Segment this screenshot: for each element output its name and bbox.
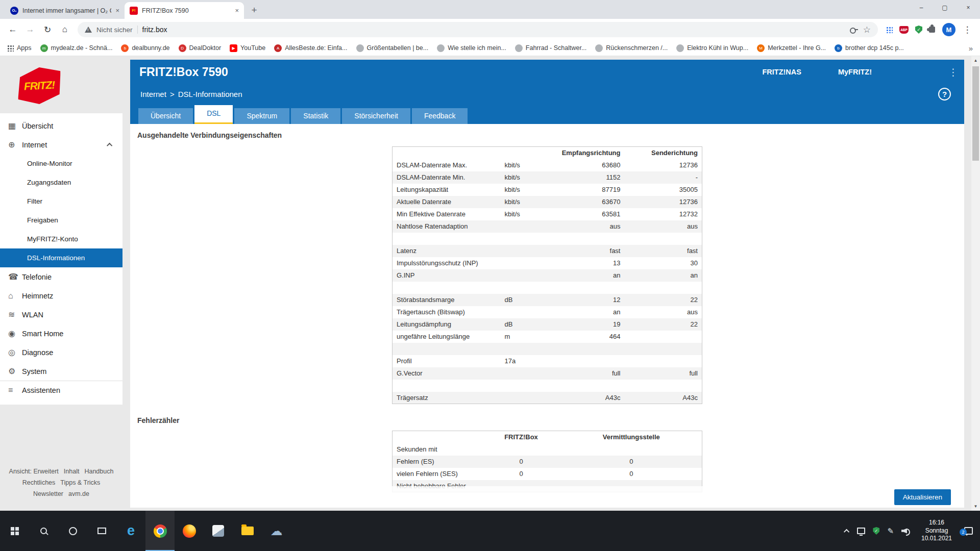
firefox-button[interactable]	[175, 511, 204, 551]
tray-shield-icon[interactable]: ✓	[873, 527, 879, 535]
sidebar-item-dsl-informationen[interactable]: DSL-Informationen	[0, 248, 122, 267]
tray-display-icon[interactable]	[857, 528, 865, 534]
myfritz-link[interactable]: MyFRITZ!	[838, 68, 872, 76]
sidebar-item-internet[interactable]: ⊕Internet	[0, 135, 122, 154]
bookmark-favicon: b	[835, 44, 842, 52]
extensions-puzzle-icon[interactable]	[929, 27, 935, 33]
bookmark-item[interactable]: Größentabellen | be...	[356, 44, 429, 52]
clock-day: Sonntag	[919, 527, 954, 535]
start-button[interactable]	[0, 511, 29, 551]
back-button[interactable]: ←	[5, 22, 20, 37]
scrollbar-down-icon[interactable]: ▼	[971, 502, 980, 511]
sidebar-item-uebersicht[interactable]: ▦Übersicht	[0, 116, 122, 135]
edge-button[interactable]: e	[116, 511, 145, 551]
explorer-button[interactable]	[233, 511, 262, 551]
scrollbar[interactable]: ▲ ▼	[971, 56, 980, 511]
column-header	[501, 147, 542, 159]
bookmark-item[interactable]: DDealDoktor	[179, 44, 222, 52]
action-center-icon[interactable]: 2	[964, 527, 973, 535]
sidebar-item-smart-home[interactable]: ◉Smart Home	[0, 324, 122, 343]
sidebar-item-filter[interactable]: Filter	[0, 192, 122, 211]
sidebar-item-system[interactable]: ⚙System	[0, 362, 122, 381]
tab-stoersicherheit[interactable]: Störsicherheit	[342, 108, 410, 124]
sidebar-item-online-monitor[interactable]: Online-Monitor	[0, 154, 122, 173]
onedrive-button[interactable]: ☁	[262, 511, 291, 551]
bookmark-item[interactable]: Fahrrad - Schaltwer...	[515, 44, 587, 52]
sidebar-item-heimnetz[interactable]: ⌂Heimnetz	[0, 286, 122, 305]
footer-link[interactable]: avm.de	[68, 490, 89, 497]
bookmark-item[interactable]: MMerkzettel - Ihre G...	[757, 44, 826, 52]
uebersicht-icon: ▦	[8, 121, 22, 131]
browser-menu-icon[interactable]: ⋮	[960, 22, 975, 37]
scrollbar-thumb[interactable]	[972, 66, 979, 161]
browser-tab[interactable]: O₂Internet immer langsamer | O₂ C...×	[5, 2, 125, 19]
browser-tab[interactable]: F!FRITZ!Box 7590×	[125, 2, 244, 19]
breadcrumb-parent[interactable]: Internet	[140, 90, 166, 98]
tab-uebersicht[interactable]: Übersicht	[138, 108, 193, 124]
divider	[137, 26, 138, 34]
bookmark-item[interactable]: AAllesBeste.de: Einfa...	[274, 44, 347, 52]
new-tab-button[interactable]: +	[247, 3, 261, 17]
app-icon	[212, 525, 224, 537]
bookmark-item[interactable]: mmydealz.de - Schnä...	[40, 44, 113, 52]
profile-avatar[interactable]: M	[942, 23, 955, 36]
volume-icon[interactable]	[901, 527, 911, 535]
sidebar-item-zugangsdaten[interactable]: Zugangsdaten	[0, 173, 122, 192]
window-minimize-button[interactable]: –	[910, 0, 933, 15]
tab-close-icon[interactable]: ×	[235, 7, 239, 14]
pen-icon[interactable]: ✎	[887, 527, 894, 536]
refresh-button[interactable]: Aktualisieren	[894, 489, 951, 505]
window-close-button[interactable]: ×	[957, 0, 980, 15]
home-button[interactable]: ⌂	[57, 22, 72, 37]
footer-link[interactable]: Ansicht: Erweitert	[9, 468, 59, 475]
help-icon[interactable]: ?	[938, 88, 951, 101]
tab-close-icon[interactable]: ×	[115, 7, 119, 14]
chrome-button[interactable]	[145, 511, 175, 551]
bookmark-item[interactable]: Elektro Kühl in Wup...	[676, 44, 748, 52]
clock[interactable]: 16:16 Sonntag 10.01.2021	[919, 519, 954, 543]
sidebar-item-telefonie[interactable]: ☎Telefonie	[0, 267, 122, 286]
tray-expand-icon[interactable]	[844, 529, 849, 534]
shield-extension-icon[interactable]: ✓	[915, 26, 922, 34]
forward-button[interactable]: →	[22, 22, 38, 37]
task-view-button[interactable]	[87, 511, 116, 551]
address-bar[interactable]: Nicht sicher fritz.box ☆	[78, 22, 878, 37]
search-button[interactable]	[29, 511, 58, 551]
cortana-button[interactable]	[58, 511, 87, 551]
header-menu-icon[interactable]: ⋮	[948, 66, 958, 78]
bookmark-star-icon[interactable]: ☆	[863, 24, 871, 35]
scrollbar-up-icon[interactable]: ▲	[971, 56, 980, 65]
bookmark-item[interactable]: bbrother dcp 145c p...	[835, 44, 904, 52]
key-icon[interactable]	[849, 25, 859, 34]
adblock-icon[interactable]: ABP	[899, 26, 909, 34]
tab-list: O₂Internet immer langsamer | O₂ C...×F!F…	[5, 2, 244, 19]
tab-statistik[interactable]: Statistik	[291, 108, 340, 124]
bookmarks-overflow-icon[interactable]: »	[969, 44, 973, 53]
tab-spektrum[interactable]: Spektrum	[234, 108, 289, 124]
table-cell	[501, 306, 542, 318]
tab-dsl[interactable]: DSL	[194, 105, 233, 124]
sidebar-item-freigaben[interactable]: Freigaben	[0, 211, 122, 230]
window-maximize-button[interactable]: ▢	[933, 0, 957, 15]
sidebar-item-assistenten[interactable]: ≡Assistenten	[0, 381, 122, 399]
footer-link[interactable]: Rechtliches	[22, 479, 56, 486]
sidebar-item-myfritz-konto[interactable]: MyFRITZ!-Konto	[0, 230, 122, 248]
fritznas-link[interactable]: FRITZ!NAS	[762, 68, 801, 76]
sidebar-item-diagnose[interactable]: ◎Diagnose	[0, 343, 122, 362]
table-cell: 17a	[501, 355, 542, 367]
sidebar-item-wlan[interactable]: ≋WLAN	[0, 305, 122, 324]
bookmark-item[interactable]: Rückenschmerzen /...	[595, 44, 668, 52]
bookmark-item[interactable]: bdealbunny.de	[121, 44, 169, 52]
footer-link[interactable]: Newsletter	[33, 490, 63, 497]
bookmark-item[interactable]: Wie stelle ich mein...	[437, 44, 506, 52]
footer-link[interactable]: Tipps & Tricks	[60, 479, 100, 486]
footer-link[interactable]: Handbuch	[84, 468, 113, 475]
app-button[interactable]	[204, 511, 233, 551]
warning-icon[interactable]	[85, 27, 92, 33]
bookmark-item[interactable]: Apps	[7, 44, 32, 52]
footer-link[interactable]: Inhalt	[64, 468, 80, 475]
bookmark-item[interactable]: ▶YouTube	[230, 44, 265, 52]
reload-button[interactable]: ↻	[40, 22, 55, 37]
extension-grid-icon[interactable]	[886, 27, 893, 33]
tab-feedback[interactable]: Feedback	[412, 108, 468, 124]
